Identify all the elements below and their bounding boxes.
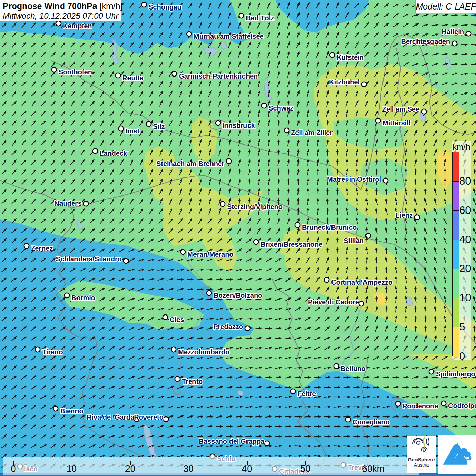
city-label: Bad Tölz (246, 14, 274, 22)
city-marker (146, 122, 151, 126)
city-mezzolombardo: Mezzolombardo (171, 347, 230, 356)
city-marker (265, 441, 269, 446)
wind-forecast-map-stage: SchongauBad TölzKemptenMurnau am Staffel… (0, 0, 476, 476)
city-marker (52, 67, 56, 72)
city-marker (216, 121, 220, 125)
legend-tick-label: 60 (459, 205, 471, 216)
city-marker (84, 201, 88, 206)
city-label: Schlanders/Silandro (56, 255, 122, 263)
legend-tick-label: 5 (459, 321, 465, 333)
city-marker (119, 126, 123, 131)
city-label: Murnau am Staffelsee (193, 33, 264, 40)
city-marker (422, 109, 426, 114)
scalebar-label: 30 (183, 464, 193, 474)
city-marker (330, 53, 335, 57)
city-label: Feltre (298, 390, 316, 397)
city-marker (56, 21, 61, 26)
city-label: Schongau (149, 3, 182, 11)
city-label: Bormio (71, 294, 95, 302)
city-marker (124, 259, 129, 264)
city-rovereto: Rovereto (134, 413, 168, 422)
city-marker (142, 2, 147, 7)
city-marker (245, 326, 250, 331)
city-label: Sterzing/Vipiteno (227, 203, 283, 210)
city-marker (284, 128, 289, 133)
scalebar-label: 20 (125, 464, 135, 474)
city-label: Predazzo (213, 323, 243, 330)
city-marker (366, 233, 371, 238)
city-marker (429, 369, 434, 374)
geosphere-logo-icon (412, 436, 431, 455)
city-label: Nauders (54, 200, 82, 207)
city-marker (262, 103, 267, 108)
city-label: Zell am Ziller (291, 129, 333, 136)
city-marker (254, 240, 258, 244)
city-pieve-di-cadore: Pieve di Cadore (308, 298, 364, 306)
scalebar-label: 40 (242, 464, 252, 474)
legend-tick-label: 10 (459, 292, 471, 304)
city-murnau-am-staffelsee: Murnau am Staffelsee (187, 32, 264, 40)
city-label: Kitzbühel (329, 78, 360, 86)
city-meran-merano: Meran/Merano (181, 250, 234, 258)
city-spilimbergo: Spilimbergo (429, 369, 475, 378)
city-marker (415, 215, 420, 220)
city-marker (220, 202, 225, 206)
city-label: Meran/Merano (187, 251, 234, 258)
city-schlanders-silandro: Schlanders/Silandro (56, 255, 129, 264)
city-steinach-am-brenner: Steinach am Brenner (156, 159, 231, 167)
legend-color-segment-80 (453, 152, 459, 182)
city-marker (93, 149, 98, 153)
city-sterzing-vipiteno: Sterzing/Vipiteno (220, 202, 283, 210)
map-title: Prognose Wind 700hPa [km/h] (3, 1, 119, 11)
scalebar-label: 50 (300, 464, 310, 474)
legend-unit-label: km/h (452, 142, 471, 152)
city-marker (164, 417, 168, 422)
city-label: Sonthofen (58, 68, 92, 76)
city-marker (175, 377, 180, 381)
geosphere-austria-logo: GeoSphere Austria (407, 436, 436, 473)
legend-color-segment-5 (453, 298, 459, 327)
city-label: Hallein (442, 28, 464, 35)
map-title-box: Prognose Wind 700hPa [km/h] Mittwoch, 10… (0, 0, 122, 21)
legend-color-segment-0 (453, 327, 459, 357)
city-label: Matrei in Osttirol (327, 175, 381, 183)
city-label: Cles (170, 316, 184, 323)
city-zell-am-ziller: Zell am Ziller (284, 128, 333, 136)
city-label: Sillian (344, 237, 364, 244)
legend-tick-label: 0 (459, 351, 465, 362)
city-marker (172, 71, 177, 76)
legend-color-segment-40 (453, 211, 459, 240)
city-label: Steinach am Brenner (156, 160, 224, 167)
wind-speed-legend: km/h 806040201050 (452, 141, 471, 360)
legend-color-segment-20 (453, 240, 459, 269)
city-label: Kempten (63, 22, 92, 30)
city-marker (441, 401, 446, 406)
city-marker (171, 347, 176, 352)
city-label: Spilimbergo (436, 370, 475, 378)
city-cortina-d-ampezzo: Cortina d'Ampezzo (324, 277, 393, 286)
city-matrei-in-osttirol: Matrei in Osttirol (327, 175, 388, 183)
city-marker (187, 32, 191, 36)
city-label: Tirano (42, 348, 63, 356)
city-marker (376, 118, 380, 123)
city-label: Mezzolombardo (178, 348, 230, 356)
city-bassano-del-grappa: Bassano del Grappa (199, 438, 270, 446)
title-parameter: Prognose Wind 700hPa (3, 1, 97, 11)
city-label: Trento (182, 378, 203, 385)
partner-mountain-logo (438, 435, 476, 474)
legend-tick-label: 20 (459, 263, 471, 274)
scalebar-label: 60km (362, 464, 385, 474)
city-marker (65, 293, 69, 298)
city-marker (53, 406, 58, 411)
city-brixen-bressanone: Brixen/Bressanone (254, 240, 322, 248)
city-berchtesgaden: Berchtesgaden (401, 38, 457, 46)
city-label: Bienno (60, 407, 83, 415)
city-marker (359, 301, 364, 306)
legend-tick-label: 80 (459, 175, 471, 187)
city-marker (396, 401, 401, 406)
city-marker (226, 159, 231, 164)
city-marker (291, 389, 295, 394)
city-bozen-bolzano: Bozen/Bolzano (207, 291, 262, 299)
city-label: Garmisch-Partenkirchen (179, 72, 258, 80)
geosphere-logo-country: Austria (407, 462, 436, 468)
